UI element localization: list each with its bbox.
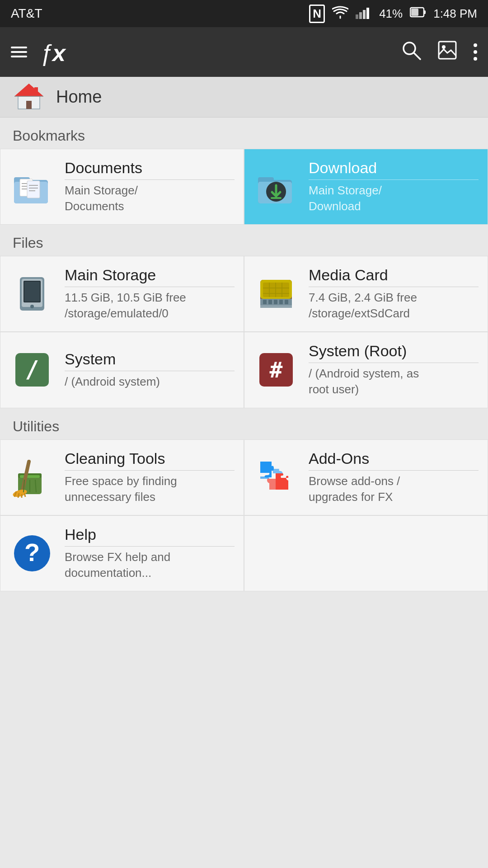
media-card-icon bbox=[253, 271, 299, 316]
media-card-title: Media Card bbox=[309, 266, 479, 287]
battery-icon bbox=[410, 6, 426, 22]
main-storage-text: Main Storage 11.5 GiB, 10.5 GiB free/sto… bbox=[65, 266, 235, 321]
svg-rect-6 bbox=[411, 9, 418, 16]
download-icon bbox=[253, 164, 299, 209]
system-text: System / (Android system) bbox=[65, 350, 235, 390]
svg-rect-63 bbox=[20, 475, 40, 478]
svg-rect-52 bbox=[263, 300, 267, 304]
bookmarks-section-header: Bookmarks bbox=[0, 118, 488, 149]
main-storage-icon bbox=[9, 271, 55, 316]
svg-rect-56 bbox=[285, 300, 288, 304]
svg-rect-54 bbox=[274, 300, 277, 304]
status-bar: AT&T N 41% 1:48 PM bbox=[0, 0, 488, 27]
file-system[interactable]: / System / (Android system) bbox=[0, 332, 244, 408]
svg-point-10 bbox=[442, 45, 446, 49]
svg-rect-18 bbox=[26, 101, 32, 109]
carrier-label: AT&T bbox=[11, 6, 42, 21]
media-card-text: Media Card 7.4 GiB, 2.4 GiB free/storage… bbox=[309, 266, 479, 321]
main-storage-subtitle: 11.5 GiB, 10.5 GiB free/storage/emulated… bbox=[65, 290, 235, 321]
cleaning-tools-icon bbox=[9, 455, 55, 500]
svg-rect-55 bbox=[279, 300, 283, 304]
svg-rect-3 bbox=[366, 8, 369, 19]
svg-marker-16 bbox=[14, 84, 43, 96]
addons-title: Add-Ons bbox=[309, 450, 479, 471]
main-storage-title: Main Storage bbox=[65, 266, 235, 287]
addons-text: Add-Ons Browse add-ons /upgrades for FX bbox=[309, 450, 479, 505]
download-text: Download Main Storage/Download bbox=[309, 159, 479, 214]
svg-point-41 bbox=[30, 305, 34, 308]
file-media-card[interactable]: Media Card 7.4 GiB, 2.4 GiB free/storage… bbox=[244, 256, 488, 332]
svg-text:#: # bbox=[270, 357, 283, 382]
files-grid: Main Storage 11.5 GiB, 10.5 GiB free/sto… bbox=[0, 256, 488, 408]
utilities-section-header: Utilities bbox=[0, 408, 488, 439]
download-title: Download bbox=[309, 159, 479, 180]
svg-rect-40 bbox=[24, 282, 40, 302]
system-root-text: System (Root) / (Android system, asroot … bbox=[309, 342, 479, 397]
svg-line-67 bbox=[18, 493, 19, 498]
svg-rect-26 bbox=[27, 181, 40, 198]
utility-addons[interactable]: Add-Ons Browse add-ons /upgrades for FX bbox=[244, 439, 488, 515]
cleaning-tools-subtitle: Free space by findingunnecessary files bbox=[65, 473, 235, 505]
download-subtitle: Main Storage/Download bbox=[309, 183, 479, 214]
empty-cell bbox=[244, 515, 488, 591]
svg-rect-0 bbox=[356, 14, 358, 19]
toolbar: ƒx bbox=[0, 27, 488, 77]
utility-cleaning-tools[interactable]: Cleaning Tools Free space by findingunne… bbox=[0, 439, 244, 515]
svg-rect-44 bbox=[263, 283, 289, 297]
file-main-storage[interactable]: Main Storage 11.5 GiB, 10.5 GiB free/sto… bbox=[0, 256, 244, 332]
status-icons: N 41% 1:48 PM bbox=[309, 5, 477, 23]
gallery-icon[interactable] bbox=[437, 40, 457, 64]
utilities-grid: Cleaning Tools Free space by findingunne… bbox=[0, 439, 488, 515]
system-root-icon: # bbox=[253, 347, 299, 392]
help-text: Help Browse FX help anddocumentation... bbox=[65, 526, 235, 581]
files-section-header: Files bbox=[0, 225, 488, 256]
media-card-subtitle: 7.4 GiB, 2.4 GiB free/storage/extSdCard bbox=[309, 290, 479, 321]
time-label: 1:48 PM bbox=[433, 7, 477, 21]
system-title: System bbox=[65, 350, 235, 371]
help-row: ? Help Browse FX help anddocumentation..… bbox=[0, 515, 488, 591]
svg-rect-51 bbox=[260, 305, 292, 308]
breadcrumb-label: Home bbox=[56, 87, 102, 107]
cleaning-tools-title: Cleaning Tools bbox=[65, 450, 235, 471]
svg-rect-53 bbox=[268, 300, 272, 304]
utility-help[interactable]: ? Help Browse FX help anddocumentation..… bbox=[0, 515, 244, 591]
system-subtitle: / (Android system) bbox=[65, 374, 235, 390]
wifi-icon bbox=[332, 5, 348, 22]
svg-text:/: / bbox=[25, 356, 39, 383]
more-options-icon[interactable] bbox=[474, 43, 477, 61]
help-subtitle: Browse FX help anddocumentation... bbox=[65, 549, 235, 581]
documents-icon bbox=[9, 164, 55, 209]
cleaning-tools-text: Cleaning Tools Free space by findingunne… bbox=[65, 450, 235, 505]
help-title: Help bbox=[65, 526, 235, 547]
battery-percentage: 41% bbox=[379, 7, 403, 21]
addons-icon bbox=[253, 455, 299, 500]
svg-line-69 bbox=[24, 493, 25, 497]
system-root-title: System (Root) bbox=[309, 342, 479, 363]
svg-rect-1 bbox=[359, 12, 362, 19]
svg-line-8 bbox=[414, 53, 420, 59]
documents-text: Documents Main Storage/Documents bbox=[65, 159, 235, 214]
menu-icon[interactable] bbox=[11, 47, 27, 57]
app-logo: ƒx bbox=[40, 38, 392, 67]
signal-icon bbox=[356, 5, 372, 22]
svg-rect-5 bbox=[424, 10, 426, 14]
search-icon[interactable] bbox=[401, 40, 421, 64]
toolbar-actions bbox=[401, 40, 477, 64]
svg-text:?: ? bbox=[24, 538, 40, 566]
svg-rect-9 bbox=[439, 42, 456, 59]
nfc-icon: N bbox=[309, 5, 325, 23]
home-icon bbox=[13, 80, 45, 114]
file-system-root[interactable]: # System (Root) / (Android system, asroo… bbox=[244, 332, 488, 408]
breadcrumb: Home bbox=[0, 77, 488, 118]
svg-rect-2 bbox=[363, 10, 366, 19]
bookmark-download[interactable]: Download Main Storage/Download bbox=[244, 149, 488, 225]
bookmarks-grid: Documents Main Storage/Documents Dow bbox=[0, 149, 488, 225]
system-icon: / bbox=[9, 347, 55, 392]
documents-title: Documents bbox=[65, 159, 235, 180]
documents-subtitle: Main Storage/Documents bbox=[65, 183, 235, 214]
bookmark-documents[interactable]: Documents Main Storage/Documents bbox=[0, 149, 244, 225]
addons-subtitle: Browse add-ons /upgrades for FX bbox=[309, 473, 479, 505]
help-icon: ? bbox=[9, 531, 55, 576]
system-root-subtitle: / (Android system, asroot user) bbox=[309, 366, 479, 397]
